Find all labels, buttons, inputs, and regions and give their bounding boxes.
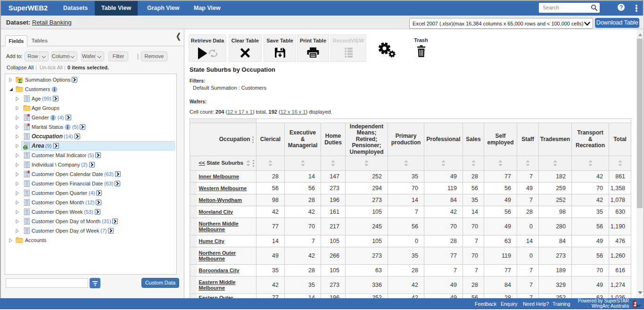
svg-text:ST: ST xyxy=(636,304,641,308)
svg-text:Σ: Σ xyxy=(18,78,22,84)
